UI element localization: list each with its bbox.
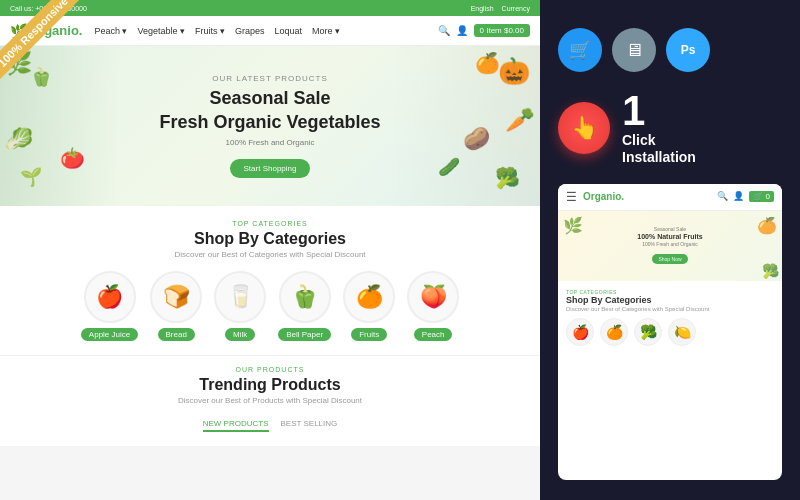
hero-title-line2: Fresh Organic Vegetables bbox=[159, 112, 380, 132]
veg-broccoli-icon: 🥦 bbox=[495, 166, 520, 190]
category-item-fruits[interactable]: 🍊 Fruits bbox=[343, 271, 395, 341]
nav-link-grapes[interactable]: Grapes bbox=[235, 26, 265, 36]
nav-link-fruits[interactable]: Fruits ▾ bbox=[195, 26, 225, 36]
mobile-cat-lemon[interactable]: 🍋 bbox=[668, 318, 696, 346]
category-img-fruits: 🍊 bbox=[343, 271, 395, 323]
mobile-cat-apple[interactable]: 🍎 bbox=[566, 318, 594, 346]
nav-icons: 🔍 👤 0 Item $0.00 bbox=[438, 24, 530, 37]
mobile-categories-title: Shop By Categories bbox=[566, 295, 774, 305]
cart-icon: 🛒 bbox=[569, 39, 591, 61]
mobile-hero-cta[interactable]: Shop Now bbox=[652, 254, 687, 264]
mobile-search-icon[interactable]: 🔍 bbox=[717, 191, 728, 202]
trending-section: OUR PRODUCTS Trending Products Discover … bbox=[0, 355, 540, 446]
categories-desc: Discover our Best of Categories with Spe… bbox=[20, 250, 520, 259]
mobile-veg-right-icon: 🍊 bbox=[757, 216, 777, 235]
trending-desc: Discover our Best of Products with Speci… bbox=[20, 396, 520, 405]
click-text: 1 Click Installation bbox=[622, 90, 696, 166]
veg-orange-icon: 🍊 bbox=[475, 51, 500, 75]
veg-cucumber-icon: 🥒 bbox=[438, 156, 460, 178]
categories-title: Shop By Categories bbox=[20, 230, 520, 248]
hero-title-line1: Seasonal Sale bbox=[209, 88, 330, 108]
hero-subtitle: OUR LATEST PRODUCTS bbox=[159, 74, 380, 83]
veg-potato-icon: 🥔 bbox=[463, 126, 490, 152]
monitor-icon: 🖥 bbox=[625, 40, 643, 61]
mobile-cat-orange[interactable]: 🍊 bbox=[600, 318, 628, 346]
nav-links: Peach ▾ Vegetable ▾ Fruits ▾ Grapes Loqu… bbox=[94, 26, 425, 36]
mobile-cat-img-orange: 🍊 bbox=[600, 318, 628, 346]
nav-link-vegetable[interactable]: Vegetable ▾ bbox=[137, 26, 185, 36]
cart-icon-button[interactable]: 🛒 bbox=[558, 28, 602, 72]
mobile-veg-rb-icon: 🥦 bbox=[762, 263, 779, 279]
veg-herb-icon: 🌱 bbox=[20, 166, 42, 188]
category-label-bread: Bread bbox=[158, 328, 195, 341]
mobile-logo: Organio. bbox=[583, 191, 711, 202]
category-img-bread: 🍞 bbox=[150, 271, 202, 323]
click-label-line1: Click bbox=[622, 132, 696, 149]
mobile-icons: 🔍 👤 🛒 0 bbox=[717, 191, 774, 202]
click-button[interactable]: 👆 bbox=[558, 102, 610, 154]
photoshop-label: Ps bbox=[681, 43, 696, 57]
mobile-cat-img-apple: 🍎 bbox=[566, 318, 594, 346]
hero-cta-button[interactable]: Start Shopping bbox=[230, 159, 311, 178]
user-icon[interactable]: 👤 bbox=[456, 25, 468, 36]
cart-button[interactable]: 0 Item $0.00 bbox=[474, 24, 530, 37]
category-label-milk: Milk bbox=[225, 328, 255, 341]
mobile-cart-icon[interactable]: 🛒 0 bbox=[749, 191, 774, 202]
corner-banner: 100% Responsive bbox=[0, 0, 110, 110]
corner-banner-text: 100% Responsive bbox=[0, 0, 86, 85]
mobile-categories-desc: Discover our Best of Categories with Spe… bbox=[566, 306, 774, 312]
hero-description: 100% Fresh and Organic bbox=[159, 138, 380, 147]
website-preview: 100% Responsive Call us: +00 (000) 00000… bbox=[0, 0, 540, 500]
mobile-cat-broccoli[interactable]: 🥦 bbox=[634, 318, 662, 346]
category-item-apple[interactable]: 🍎 Apple Juice bbox=[81, 271, 138, 341]
category-label-apple: Apple Juice bbox=[81, 328, 138, 341]
click-label-line2: Installation bbox=[622, 149, 696, 166]
nav-link-more[interactable]: More ▾ bbox=[312, 26, 340, 36]
veg-pumpkin-icon: 🎃 bbox=[498, 56, 530, 87]
nav-link-loquat[interactable]: Loquat bbox=[275, 26, 303, 36]
hero-title: Seasonal Sale Fresh Organic Vegetables bbox=[159, 87, 380, 134]
pointer-icon: 👆 bbox=[571, 115, 598, 141]
mobile-preview: ☰ Organio. 🔍 👤 🛒 0 🌿 🍊 🥦 Seasonal Sale 1… bbox=[558, 184, 782, 480]
category-item-milk[interactable]: 🥛 Milk bbox=[214, 271, 266, 341]
mobile-nav: ☰ Organio. 🔍 👤 🛒 0 bbox=[558, 184, 782, 211]
category-img-peach: 🍑 bbox=[407, 271, 459, 323]
categories-grid: 🍎 Apple Juice 🍞 Bread 🥛 Milk 🫑 Bell Pape… bbox=[20, 271, 520, 341]
mobile-cat-grid: 🍎 🍊 🥦 🍋 bbox=[566, 318, 774, 346]
trending-tabs: NEW PRODUCTS BEST SELLING bbox=[20, 417, 520, 432]
search-icon[interactable]: 🔍 bbox=[438, 25, 450, 36]
top-bar-currency[interactable]: Currency bbox=[502, 5, 530, 12]
veg-carrot-icon: 🥕 bbox=[505, 106, 535, 134]
top-bar-language[interactable]: English bbox=[471, 5, 494, 12]
mobile-hero-subtitle: 100% Fresh and Organic bbox=[637, 241, 702, 247]
categories-section: TOP CATEGORIES Shop By Categories Discov… bbox=[0, 206, 540, 355]
click-installation: 👆 1 Click Installation bbox=[558, 90, 782, 166]
mobile-menu-icon[interactable]: ☰ bbox=[566, 190, 577, 204]
click-number: 1 bbox=[622, 90, 696, 132]
tab-best-selling[interactable]: BEST SELLING bbox=[281, 417, 338, 432]
category-label-bellpaper: Bell Paper bbox=[278, 328, 331, 341]
category-img-milk: 🥛 bbox=[214, 271, 266, 323]
right-panel: 🛒 🖥 Ps 👆 1 Click Installation ☰ bbox=[540, 0, 800, 500]
main-container: 100% Responsive Call us: +00 (000) 00000… bbox=[0, 0, 800, 500]
categories-tag: TOP CATEGORIES bbox=[20, 220, 520, 227]
mobile-veg-left-icon: 🌿 bbox=[563, 216, 583, 235]
monitor-icon-button[interactable]: 🖥 bbox=[612, 28, 656, 72]
category-label-peach: Peach bbox=[414, 328, 453, 341]
tab-new-products[interactable]: NEW PRODUCTS bbox=[203, 417, 269, 432]
category-item-bellpaper[interactable]: 🫑 Bell Paper bbox=[278, 271, 331, 341]
mobile-categories: TOP CATEGORIES Shop By Categories Discov… bbox=[558, 281, 782, 354]
mobile-hero-title: 100% Natural Fruits bbox=[637, 232, 702, 241]
category-img-apple: 🍎 bbox=[84, 271, 136, 323]
category-item-peach[interactable]: 🍑 Peach bbox=[407, 271, 459, 341]
mobile-hero: 🌿 🍊 🥦 Seasonal Sale 100% Natural Fruits … bbox=[558, 211, 782, 281]
icon-buttons-row: 🛒 🖥 Ps bbox=[558, 28, 782, 72]
mobile-cat-img-broccoli: 🥦 bbox=[634, 318, 662, 346]
mobile-cat-img-lemon: 🍋 bbox=[668, 318, 696, 346]
mobile-hero-content: Seasonal Sale 100% Natural Fruits 100% F… bbox=[637, 226, 702, 265]
category-label-fruits: Fruits bbox=[351, 328, 387, 341]
mobile-user-icon[interactable]: 👤 bbox=[733, 191, 744, 202]
veg-tomato-icon: 🍅 bbox=[60, 146, 85, 170]
category-item-bread[interactable]: 🍞 Bread bbox=[150, 271, 202, 341]
photoshop-icon-button[interactable]: Ps bbox=[666, 28, 710, 72]
